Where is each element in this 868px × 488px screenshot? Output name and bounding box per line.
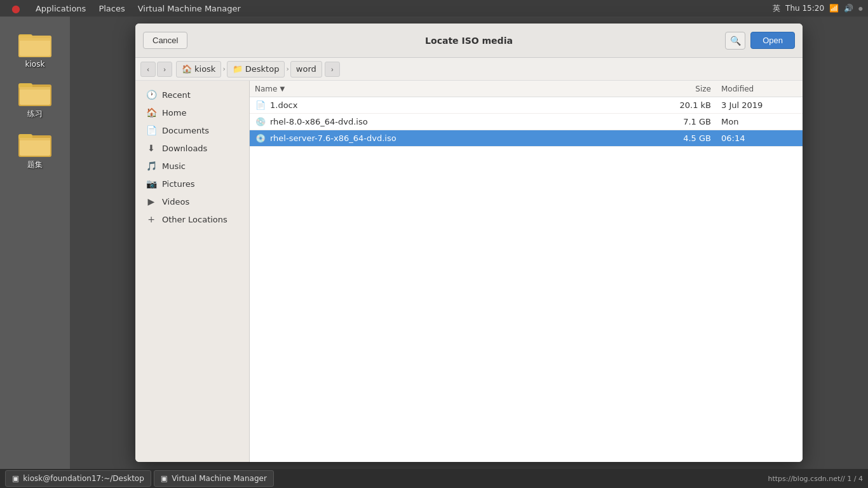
column-header-name[interactable]: Name ▼ — [255, 85, 664, 93]
wifi-dot: ● — [858, 6, 863, 11]
file-list-header: Name ▼ Size Modified — [250, 81, 803, 97]
sidebar-other-locations-label: Other Locations — [162, 215, 239, 224]
folder-icon — [18, 29, 51, 57]
desktop-icon-label: 题集 — [27, 159, 43, 170]
folder-breadcrumb-icon: 📁 — [233, 64, 243, 74]
sidebar-home-label: Home — [162, 108, 239, 118]
breadcrumb-bar: ‹ › 🏠 kiosk › 📁 Desktop › word › — [135, 58, 803, 81]
taskbar: ▣ kiosk@foundation17:~/Desktop ▣ Virtual… — [0, 469, 868, 488]
home-icon: 🏠 — [182, 64, 192, 74]
file-name: rhel-server-7.6-x86_64-dvd.iso — [270, 133, 664, 143]
top-bar-right: 英 Thu 15:20 📶 🔊 ● — [773, 3, 863, 14]
desktop: kiosk 练习 题集 — [0, 17, 70, 469]
sidebar-item-downloads[interactable]: ⬇ Downloads — [135, 139, 249, 157]
breadcrumb-kiosk-label: kiosk — [194, 64, 215, 74]
desktop-icon-tiji[interactable]: 题集 — [10, 129, 60, 170]
table-row[interactable]: 💿 rhel-8.0-x86_64-dvd.iso 7.1 GB Mon — [250, 114, 803, 130]
column-header-size[interactable]: Size — [664, 85, 721, 93]
sidebar-downloads-label: Downloads — [162, 144, 239, 153]
file-size: 7.1 GB — [664, 117, 721, 126]
vmm-taskbar-icon: ▣ — [161, 474, 168, 483]
sidebar-documents-label: Documents — [162, 126, 239, 135]
table-row[interactable]: 💿 rhel-server-7.6-x86_64-dvd.iso 4.5 GB … — [250, 130, 803, 147]
svg-rect-11 — [20, 138, 50, 156]
taskbar-terminal-label: kiosk@foundation17:~/Desktop — [23, 474, 144, 483]
file-modified: Mon — [721, 117, 797, 126]
applications-menu[interactable]: Applications — [29, 0, 92, 17]
svg-rect-7 — [20, 87, 50, 105]
top-menu-bar: ● Applications Places Virtual Machine Ma… — [0, 0, 868, 17]
sidebar-item-music[interactable]: 🎵 Music — [135, 157, 249, 175]
taskbar-item-terminal[interactable]: ▣ kiosk@foundation17:~/Desktop — [5, 470, 151, 487]
dialog-body: 🕐 Recent 🏠 Home 📄 Documents ⬇ Downloads … — [135, 81, 803, 462]
breadcrumb-forward-button[interactable]: › — [157, 62, 172, 77]
folder-icon — [18, 129, 51, 157]
downloads-icon: ⬇ — [146, 143, 157, 153]
pictures-icon: 📷 — [146, 179, 157, 189]
more-icon: › — [331, 65, 334, 73]
file-chooser-dialog: Cancel Locate ISO media 🔍 Open ‹ › 🏠 kio… — [135, 24, 803, 462]
sidebar-item-other-locations[interactable]: + Other Locations — [135, 210, 249, 228]
search-icon: 🔍 — [730, 36, 741, 46]
breadcrumb-sep-2: › — [286, 65, 288, 73]
breadcrumb-item-word[interactable]: word — [290, 61, 322, 78]
sidebar: 🕐 Recent 🏠 Home 📄 Documents ⬇ Downloads … — [135, 81, 250, 462]
desktop-icon-lianxi[interactable]: 练习 — [10, 78, 60, 119]
breadcrumb-word-label: word — [296, 64, 316, 74]
breadcrumb-desktop-label: Desktop — [245, 64, 280, 74]
column-header-modified[interactable]: Modified — [721, 85, 797, 93]
svg-rect-12 — [20, 138, 50, 140]
sidebar-recent-label: Recent — [162, 90, 239, 100]
dialog-overlay: Cancel Locate ISO media 🔍 Open ‹ › 🏠 kio… — [70, 17, 868, 469]
file-size: 20.1 kB — [664, 100, 721, 110]
file-icon-iso-selected: 💿 — [255, 133, 266, 143]
breadcrumb-sep-1: › — [222, 65, 225, 73]
taskbar-vmm-label: Virtual Machine Manager — [172, 474, 267, 483]
sidebar-item-videos[interactable]: ▶ Videos — [135, 193, 249, 210]
apple-menu[interactable]: ● — [5, 0, 29, 17]
file-name: rhel-8.0-x86_64-dvd.iso — [270, 117, 664, 126]
svg-rect-3 — [20, 38, 50, 56]
recent-icon: 🕐 — [146, 90, 157, 100]
taskbar-item-vmm[interactable]: ▣ Virtual Machine Manager — [154, 470, 274, 487]
breadcrumb-item-desktop[interactable]: 📁 Desktop — [227, 61, 285, 78]
svg-rect-8 — [20, 87, 50, 90]
file-name: 1.docx — [270, 100, 664, 110]
other-locations-icon: + — [146, 214, 157, 224]
sidebar-pictures-label: Pictures — [162, 179, 239, 189]
cancel-button[interactable]: Cancel — [143, 32, 187, 49]
svg-rect-4 — [20, 38, 50, 41]
desktop-icon-kiosk[interactable]: kiosk — [10, 29, 60, 69]
file-icon-docx: 📄 — [255, 100, 266, 110]
terminal-icon: ▣ — [12, 474, 19, 483]
vmm-menu[interactable]: Virtual Machine Manager — [132, 0, 247, 17]
file-icon-iso: 💿 — [255, 117, 266, 126]
apple-icon: ● — [11, 3, 20, 15]
speaker-icon: 🔊 — [844, 4, 853, 13]
breadcrumb-more-button[interactable]: › — [325, 62, 340, 77]
sidebar-videos-label: Videos — [162, 197, 239, 207]
sidebar-item-home[interactable]: 🏠 Home — [135, 104, 249, 121]
places-menu[interactable]: Places — [92, 0, 131, 17]
forward-icon: › — [163, 65, 166, 73]
file-modified: 06:14 — [721, 133, 797, 143]
sort-icon: ▼ — [280, 85, 285, 92]
sidebar-item-pictures[interactable]: 📷 Pictures — [135, 175, 249, 193]
search-button[interactable]: 🔍 — [725, 32, 745, 50]
sidebar-item-recent[interactable]: 🕐 Recent — [135, 86, 249, 104]
breadcrumb-item-kiosk[interactable]: 🏠 kiosk — [176, 61, 221, 78]
music-icon: 🎵 — [146, 161, 157, 171]
dialog-header: Cancel Locate ISO media 🔍 Open — [135, 24, 803, 58]
dialog-header-right: 🔍 Open — [725, 32, 795, 50]
open-button[interactable]: Open — [750, 32, 795, 49]
videos-icon: ▶ — [146, 196, 157, 207]
file-modified: 3 Jul 2019 — [721, 100, 797, 110]
breadcrumb-back-button[interactable]: ‹ — [140, 62, 156, 77]
table-row[interactable]: 📄 1.docx 20.1 kB 3 Jul 2019 — [250, 97, 803, 114]
sidebar-item-documents[interactable]: 📄 Documents — [135, 121, 249, 139]
dialog-title: Locate ISO media — [425, 36, 513, 46]
file-size: 4.5 GB — [664, 133, 721, 143]
desktop-icon-label: kiosk — [25, 60, 45, 69]
home-sidebar-icon: 🏠 — [146, 107, 157, 118]
datetime: Thu 15:20 — [785, 4, 824, 13]
